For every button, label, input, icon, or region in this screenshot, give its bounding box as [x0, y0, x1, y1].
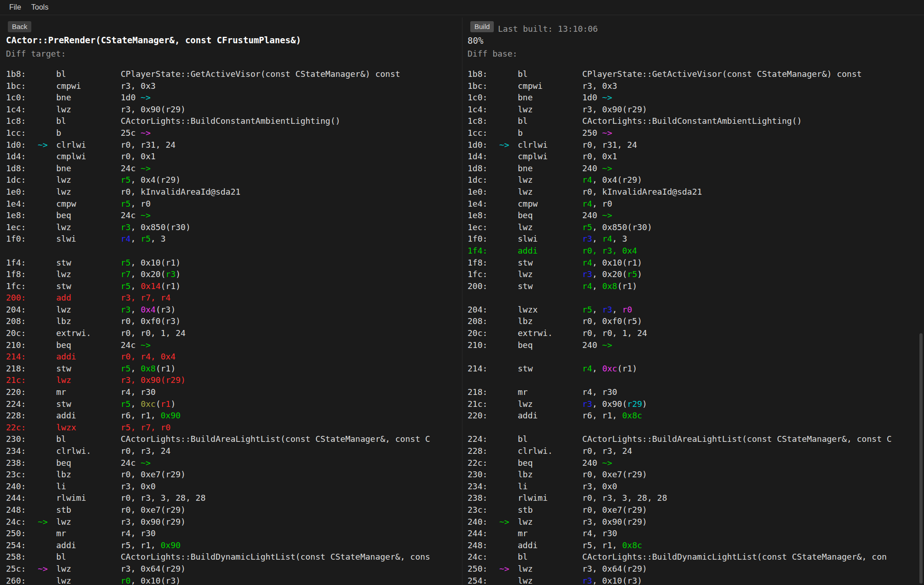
- asm-row[interactable]: 1fc:stwr5, 0x14(r1): [6, 280, 461, 292]
- vertical-scrollbar[interactable]: [919, 333, 923, 584]
- asm-row[interactable]: 1c4:lwzr3, 0x90(r29): [6, 104, 461, 116]
- asm-row[interactable]: 254:addir5, r1, 0x90: [6, 539, 461, 551]
- asm-row[interactable]: 1fc:lwzr3, 0x20(r5): [468, 268, 924, 280]
- asm-row[interactable]: 208:lbzr0, 0xf0(r5): [468, 315, 924, 327]
- asm-row[interactable]: 1d8:bne240 ~>: [468, 162, 924, 174]
- asm-row[interactable]: 20c:extrwi.r0, r0, 1, 24: [468, 327, 924, 339]
- asm-row[interactable]: 21c:lwzr3, 0x90(r29): [6, 374, 461, 386]
- asm-operand: 0xc: [140, 399, 156, 409]
- asm-row[interactable]: 224:blCActorLights::BuildAreaLightList(c…: [468, 433, 924, 445]
- asm-row[interactable]: 210:beq240 ~>: [468, 339, 924, 351]
- asm-row[interactable]: 20c:extrwi.r0, r0, 1, 24: [6, 327, 461, 339]
- asm-row[interactable]: 1d4:cmplwir0, 0x1: [468, 151, 924, 162]
- asm-operand: , 0x850(r30): [131, 222, 191, 232]
- asm-row[interactable]: 218:mrr4, r30: [468, 386, 924, 398]
- asm-row[interactable]: 230:lbzr0, 0xe7(r29): [468, 469, 924, 481]
- asm-row[interactable]: 228:clrlwi.r0, r3, 24: [468, 445, 924, 457]
- asm-row[interactable]: 1c0:bne1d0 ~>: [468, 92, 924, 104]
- asm-row[interactable]: 1b8:blCPlayerState::GetActiveVisor(const…: [468, 68, 924, 80]
- asm-row[interactable]: 250:~>lwzr3, 0x64(r29): [468, 563, 924, 575]
- asm-row[interactable]: 260:lwzr0, 0x10(r3): [6, 575, 461, 585]
- asm-row[interactable]: 230:blCActorLights::BuildAreaLightList(c…: [6, 433, 461, 445]
- asm-row[interactable]: 1b8:blCPlayerState::GetActiveVisor(const…: [6, 68, 461, 80]
- asm-address: 1dc:: [6, 174, 26, 186]
- build-button[interactable]: Build: [470, 21, 494, 32]
- asm-row[interactable]: 220:addir6, r1, 0x8c: [468, 410, 924, 422]
- asm-row[interactable]: 204:lwzxr5, r3, r0: [468, 304, 924, 316]
- asm-row[interactable]: 25c:~>lwzr3, 0x64(r29): [6, 563, 461, 575]
- asm-row[interactable]: 1cc:b25c ~>: [6, 127, 461, 139]
- asm-row[interactable]: 1dc:lwzr5, 0x4(r29): [6, 174, 461, 186]
- asm-row[interactable]: 1f4:stwr5, 0x10(r1): [6, 257, 461, 269]
- asm-row[interactable]: 234:clrlwi.r0, r3, 24: [6, 445, 461, 457]
- asm-row[interactable]: 24c:blCActorLights::BuildDynamicLightLis…: [468, 551, 924, 563]
- asm-row[interactable]: 1d8:bne24c ~>: [6, 162, 461, 174]
- asm-row[interactable]: 214:addir0, r4, 0x4: [6, 351, 461, 363]
- asm-row[interactable]: 200:addr3, r7, r4: [6, 292, 461, 304]
- asm-operand: r3: [121, 305, 131, 314]
- asm-row[interactable]: 22c:lwzxr5, r7, r0: [6, 422, 461, 434]
- asm-row[interactable]: 200:stwr4, 0x8(r1): [468, 280, 924, 292]
- asm-operand: r3, 0x90(r29): [121, 104, 186, 114]
- asm-row[interactable]: 258:blCActorLights::BuildDynamicLightLis…: [6, 551, 461, 563]
- asm-row[interactable]: 204:lwzr3, 0x4(r3): [6, 304, 461, 316]
- asm-row[interactable]: 248:addir5, r1, 0x8c: [468, 539, 924, 551]
- asm-row[interactable]: 238:rlwimir0, r3, 3, 28, 28: [468, 492, 924, 504]
- target-symbol-name: CActor::PreRender(CStateManager&, const …: [6, 35, 301, 45]
- asm-address: 24c:: [6, 516, 26, 528]
- asm-row[interactable]: 210:beq24c ~>: [6, 339, 461, 351]
- asm-row[interactable]: 1f8:lwzr7, 0x20(r3): [6, 268, 461, 280]
- asm-row[interactable]: 224:stwr5, 0xc(r1): [6, 398, 461, 410]
- asm-row[interactable]: 214:stwr4, 0xc(r1): [468, 363, 924, 375]
- asm-row[interactable]: 244:mrr4, r30: [468, 527, 924, 539]
- asm-row[interactable]: 1e8:beq24c ~>: [6, 209, 461, 221]
- asm-row[interactable]: 1f8:stwr4, 0x10(r1): [468, 257, 924, 269]
- asm-row[interactable]: 1c8:blCActorLights::BuildConstantAmbient…: [468, 115, 924, 127]
- asm-row[interactable]: 24c:~>lwzr3, 0x90(r29): [6, 516, 461, 528]
- asm-row[interactable]: 244:rlwimir0, r3, 3, 28, 28: [6, 492, 461, 504]
- asm-row[interactable]: 1e0:lwzr0, kInvalidAreaId@sda21: [6, 186, 461, 198]
- asm-row[interactable]: 1d4:cmplwir0, 0x1: [6, 151, 461, 162]
- asm-row[interactable]: 1d0:~>clrlwir0, r31, 24: [6, 139, 461, 151]
- asm-row[interactable]: 248:stbr0, 0xe7(r29): [6, 504, 461, 516]
- asm-row[interactable]: 1d0:~>clrlwir0, r31, 24: [468, 139, 924, 151]
- asm-row[interactable]: 1c4:lwzr3, 0x90(r29): [468, 104, 924, 116]
- asm-row[interactable]: 1ec:lwzr5, 0x850(r30): [468, 221, 924, 233]
- asm-row[interactable]: 238:beq24c ~>: [6, 457, 461, 469]
- asm-row[interactable]: 1bc:cmpwir3, 0x3: [6, 80, 461, 92]
- menu-file[interactable]: File: [6, 2, 25, 12]
- asm-row[interactable]: 1cc:b250 ~>: [468, 127, 924, 139]
- asm-row[interactable]: 254:lwzr3, 0x10(r3): [468, 575, 924, 585]
- asm-row[interactable]: 1c8:blCActorLights::BuildConstantAmbient…: [6, 115, 461, 127]
- asm-row[interactable]: 1f4:addir0, r3, 0x4: [468, 245, 924, 257]
- asm-row[interactable]: 228:addir6, r1, 0x90: [6, 410, 461, 422]
- asm-row[interactable]: 1bc:cmpwir3, 0x3: [468, 80, 924, 92]
- asm-row[interactable]: 1e8:beq240 ~>: [468, 209, 924, 221]
- asm-row[interactable]: 240:lir3, 0x0: [6, 481, 461, 492]
- asm-operand: r0, 0xf0(r5): [582, 316, 642, 326]
- asm-row[interactable]: 1e4:cmpwr5, r0: [6, 198, 461, 210]
- asm-row[interactable]: 250:mrr4, r30: [6, 527, 461, 539]
- asm-row[interactable]: 1e4:cmpwr4, r0: [468, 198, 924, 210]
- asm-operand: r3, 0x0: [121, 481, 156, 491]
- asm-row[interactable]: 22c:beq240 ~>: [468, 457, 924, 469]
- asm-row[interactable]: 220:mrr4, r30: [6, 386, 461, 398]
- asm-row[interactable]: 234:lir3, 0x0: [468, 481, 924, 492]
- asm-row[interactable]: 21c:lwzr3, 0x90(r29): [468, 398, 924, 410]
- asm-row[interactable]: 23c:lbzr0, 0xe7(r29): [6, 469, 461, 481]
- asm-row[interactable]: 1e0:lwzr0, kInvalidAreaId@sda21: [468, 186, 924, 198]
- asm-row[interactable]: 1c0:bne1d0 ~>: [6, 92, 461, 104]
- asm-row[interactable]: 1dc:lwzr4, 0x4(r29): [468, 174, 924, 186]
- asm-row[interactable]: 240:~>lwzr3, 0x90(r29): [468, 516, 924, 528]
- asm-row[interactable]: 1ec:lwzr3, 0x850(r30): [6, 221, 461, 233]
- asm-mnemonic: bne: [56, 162, 71, 174]
- asm-operands: r4, 0x4(r29): [582, 174, 642, 186]
- asm-row[interactable]: 1f0:slwir3, r4, 3: [468, 233, 924, 245]
- asm-operands: r4, 0x8(r1): [582, 280, 637, 292]
- asm-row[interactable]: 218:stwr5, 0x8(r1): [6, 363, 461, 375]
- asm-row[interactable]: 1f0:slwir4, r5, 3: [6, 233, 461, 245]
- menu-tools[interactable]: Tools: [28, 2, 52, 12]
- back-button[interactable]: Back: [8, 21, 31, 32]
- asm-row[interactable]: 208:lbzr0, 0xf0(r3): [6, 315, 461, 327]
- asm-row[interactable]: 23c:stbr0, 0xe7(r29): [468, 504, 924, 516]
